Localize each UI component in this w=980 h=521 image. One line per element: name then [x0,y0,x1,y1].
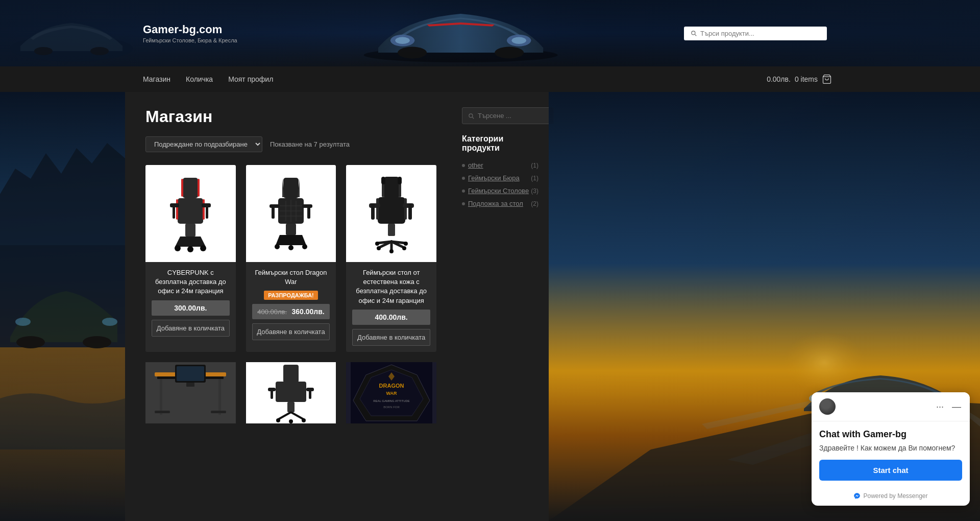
site-logo: Gamer-bg.com Геймърски Столове, Бюра & К… [143,23,237,43]
category-link-other[interactable]: other [462,161,483,169]
svg-point-28 [175,245,181,251]
main-with-sidebar: Магазин Подреждане по подразбиране Показ… [125,92,549,521]
svg-line-86 [278,412,291,419]
product-price-2: 360.00лв. [292,307,325,316]
svg-rect-27 [185,224,195,236]
desk-svg [150,362,231,423]
product-image-2[interactable] [246,165,336,262]
left-decoration [0,92,125,521]
add-to-cart-btn-3[interactable]: Добавяне в количката [352,329,430,346]
nav-links: Магазин Количка Моят профил [143,75,767,83]
svg-rect-59 [388,224,395,236]
category-dot-desk [462,177,465,180]
product-card-2: Геймърски стол Dragon War РАЗПРОДАЖБА! 4… [246,165,336,352]
sidebar-search-box[interactable] [462,107,554,124]
svg-point-9 [495,47,524,59]
category-dot-other [462,164,465,167]
dragon-logo-svg: DRAGON WAR REAL GAMING ATTITUDE BORN FOR [351,362,432,423]
widget-minimize-button[interactable]: — [951,400,962,413]
sidebar-search-icon [468,112,475,120]
svg-rect-73 [218,379,221,415]
sidebar-search-input[interactable] [478,112,548,120]
product-info-3: Геймърски стол от естествена кожа с безп… [346,262,436,352]
product-partial-5[interactable] [246,362,336,423]
svg-rect-54 [398,177,402,184]
svg-rect-57 [371,203,375,220]
svg-rect-85 [287,402,295,412]
product-partial-4[interactable] [145,362,236,423]
svg-point-6 [395,37,410,44]
svg-rect-58 [408,203,412,220]
widget-avatar [819,398,836,415]
product-name-1: CYBERPUNK с безплатна доставка до офис и… [152,268,230,296]
header-search-icon [690,30,697,37]
product-image-1[interactable] [145,165,236,262]
product-name-3: Геймърски стол от естествена кожа с безп… [352,268,430,305]
product-price-1: 300.00лв. [174,304,207,312]
svg-rect-52 [404,198,407,220]
widget-footer: Powered by Messenger [812,488,970,506]
svg-rect-43 [286,224,296,235]
svg-text:WAR: WAR [386,391,397,396]
svg-point-89 [302,418,306,422]
category-link-mat[interactable]: Подложка за стол [462,200,523,207]
widget-body: Chat with Gamer-bg Здравейте ! Как можем… [812,421,970,488]
widget-more-button[interactable]: ··· [935,400,945,413]
avatar-image [819,398,836,415]
add-to-cart-btn-1[interactable]: Добавяне в количката [152,320,230,337]
svg-rect-42 [307,204,310,219]
product-price-3: 400.00лв. [375,313,408,321]
category-item-chairs: Геймърски Столове (3) [462,184,538,197]
products-grid-row2: DRAGON WAR REAL GAMING ATTITUDE BORN FOR [145,362,436,423]
start-chat-button[interactable]: Start chat [819,460,962,481]
categories-title: Категории продукти [462,134,538,153]
svg-point-29 [187,246,193,252]
nav-link-profile[interactable]: Моят профил [228,75,273,83]
product-card-1: CYBERPUNK с безплатна доставка до офис и… [145,165,236,352]
product-partial-6[interactable]: DRAGON WAR REAL GAMING ATTITUDE BORN FOR [346,362,436,423]
nav-bar: Магазин Количка Моят профил 0.00лв. 0 it… [0,66,980,92]
category-link-chairs[interactable]: Геймърски Столове [462,187,529,195]
category-dot-mat [462,202,465,205]
svg-rect-47 [383,177,400,198]
header-search-input[interactable] [700,30,821,37]
cart-price: 0.00лв. [767,75,791,83]
product-image-3[interactable] [346,165,436,262]
svg-rect-51 [376,198,379,220]
svg-point-2 [90,47,109,55]
chair-svg-1 [160,173,221,254]
svg-text:BORN FOR: BORN FOR [383,406,400,409]
messenger-icon [853,492,861,500]
old-price-2: 400.00лв. [257,308,287,316]
svg-rect-78 [186,383,194,387]
office-chair-svg [250,362,332,423]
nav-link-shop[interactable]: Магазин [143,75,170,83]
svg-rect-75 [211,411,226,413]
svg-rect-84 [309,388,311,399]
category-link-desk[interactable]: Геймърски Бюра [462,174,520,182]
product-card-3: Геймърски стол от естествена кожа с безп… [346,165,436,352]
messenger-widget: ··· — Chat with Gamer-bg Здравейте ! Как… [812,392,970,506]
nav-link-cart[interactable]: Количка [186,75,213,83]
cart-items-count: 0 items [795,75,818,83]
svg-rect-21 [176,199,178,220]
category-count-other: (1) [531,162,538,169]
svg-rect-80 [276,382,306,402]
svg-rect-72 [160,379,162,415]
price-area-2: 400.00лв. 360.00лв. [252,304,330,319]
svg-rect-41 [272,204,275,219]
add-to-cart-btn-2[interactable]: Добавяне в количката [252,323,330,340]
svg-rect-74 [155,411,170,413]
svg-text:DRAGON: DRAGON [379,383,404,389]
results-count: Показване на 7 резултата [270,140,350,148]
nav-cart[interactable]: 0.00лв. 0 items [767,74,832,84]
sort-select[interactable]: Подреждане по подразбиране [145,136,262,152]
svg-rect-25 [173,203,175,219]
svg-rect-26 [206,203,208,219]
header-search-box[interactable] [684,27,827,40]
products-grid: CYBERPUNK с безплатна доставка до офис и… [145,165,436,352]
category-item-mat: Подложка за стол (2) [462,197,538,210]
category-item-desk: Геймърски Бюра (1) [462,172,538,184]
product-info-2: Геймърски стол Dragon War РАЗПРОДАЖБА! 4… [246,262,336,352]
chair-svg-3 [361,173,422,254]
